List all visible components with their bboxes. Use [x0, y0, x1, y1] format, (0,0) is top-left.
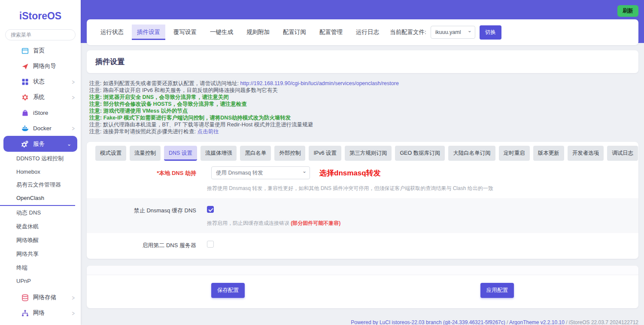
page-title-card: 插件设置: [87, 50, 638, 73]
sidebar-item-网络向导[interactable]: 网络向导: [0, 58, 81, 74]
tab-一键生成[interactable]: 一键生成: [205, 25, 238, 40]
tab-配置订阅[interactable]: 配置订阅: [278, 25, 311, 40]
sidebar-subitem-易有云文件管理器[interactable]: 易有云文件管理器: [0, 178, 81, 192]
dns-hijack-select-wrap: 使用 Dnsmasq 转发: [211, 166, 310, 179]
settings-card: 模式设置流量控制DNS 设置流媒体增强黑白名单外部控制IPv6 设置第三方规则订…: [87, 142, 638, 259]
sidebar-item-系统[interactable]: 系统>: [0, 89, 81, 105]
settings-tab-DNS 设置[interactable]: DNS 设置: [164, 146, 197, 161]
settings-tab-IPv6 设置[interactable]: IPv6 设置: [309, 146, 341, 161]
notice-link[interactable]: http://192.168.119.90/cgi-bin/luci/admin…: [240, 80, 398, 86]
footer-version: / iStoreOS 22.03.7 2024122712: [565, 319, 638, 325]
sidebar-item-label: 首页: [33, 47, 45, 55]
settings-tab-外部控制[interactable]: 外部控制: [274, 146, 305, 161]
form-row-disable-cache: 禁止 Dnsmasq 缓存 DNS 推荐启用，防止因缓存造成连接错误 (部分固件…: [87, 198, 638, 233]
notice-line: 注意: 部分软件会修改设备 HOSTS，会导致分流异常，请注意检查: [89, 101, 636, 107]
sidebar-subitem-网络共享[interactable]: 网络共享: [0, 247, 81, 261]
sidebar-item-状态[interactable]: 状态>: [0, 74, 81, 89]
sidebar-subitem-UPnP[interactable]: UPnP: [0, 275, 81, 287]
settings-tab-流量控制[interactable]: 流量控制: [130, 146, 161, 161]
second-dns-label: 启用第二 DNS 服务器: [95, 239, 207, 249]
notice-link[interactable]: 点击前往: [197, 129, 219, 135]
disable-cache-desc-text: 推荐启用，防止因缓存造成连接错误: [207, 220, 291, 226]
chevron-right-icon: >: [72, 310, 75, 317]
tab-覆写设置[interactable]: 覆写设置: [168, 25, 202, 40]
notice-line: 注意: 如遇到配置丢失或者需要还原默认配置，请尝试访问地址: http://19…: [89, 80, 636, 87]
tab-插件设置[interactable]: 插件设置: [132, 25, 165, 40]
tab-运行状态[interactable]: 运行状态: [95, 25, 129, 40]
disable-cache-desc: 推荐启用，防止因缓存造成连接错误 (部分固件可能不兼容): [207, 220, 630, 227]
tab-规则附加[interactable]: 规则附加: [241, 25, 275, 40]
sidebar-subitem-Homebox[interactable]: Homebox: [0, 166, 81, 178]
sidebar-item-label: 网络向导: [33, 62, 56, 70]
sidebar-item-退出[interactable]: 退出: [0, 321, 81, 325]
notice-line: 注意: 游戏代理请使用 VMess 以外的节点: [89, 107, 636, 114]
sidebar-subitem-终端[interactable]: 终端: [0, 261, 81, 275]
disable-cache-label: 禁止 Dnsmasq 缓存 DNS: [95, 204, 207, 227]
storage-icon: [21, 294, 29, 301]
sidebar-item-label: 系统: [33, 93, 45, 101]
actions-card-header: [87, 266, 638, 275]
notice-line: 注意: 路由不建议开启 IPv6 和相关服务，目前反馈的网络连接问题多数与它有关: [89, 87, 636, 94]
sidebar-search: [5, 29, 76, 40]
config-file-select[interactable]: ikuuu.yaml: [431, 26, 475, 39]
notice-line: 注意: 默认代理路由本机流量，BT、PT 下载等请尽量使用 Redir-Host…: [89, 121, 636, 128]
disable-cache-checkbox[interactable]: [207, 206, 214, 213]
sidebar-nav: 首页网络向导状态>系统>iStoreDocker>服务⌄: [0, 43, 81, 152]
chevron-right-icon: >: [72, 78, 75, 86]
switch-config-button[interactable]: 切换: [480, 25, 501, 40]
tab-配置管理[interactable]: 配置管理: [314, 25, 348, 40]
services-icon: [21, 140, 29, 147]
notice-line: 注意: Fake-IP 模式下如需要进行客户端访问控制，请将DNS劫持模式改为防…: [89, 114, 636, 121]
settings-tab-模式设置[interactable]: 模式设置: [95, 146, 126, 161]
sidebar-item-iStore[interactable]: iStore: [0, 105, 81, 120]
sidebar-subitem-OpenClash[interactable]: OpenClash: [0, 192, 75, 206]
sidebar-submenu: DDNSTO 远程控制Homebox易有云文件管理器OpenClash动态 DN…: [0, 152, 81, 287]
settings-tab-第三方规则订阅[interactable]: 第三方规则订阅: [345, 146, 392, 161]
sidebar-item-label: 服务: [33, 140, 45, 148]
tab-运行日志[interactable]: 运行日志: [351, 25, 384, 40]
status-icon: [21, 78, 29, 86]
settings-tab-版本更新[interactable]: 版本更新: [533, 146, 564, 161]
dns-hijack-desc: 推荐使用 Dnsmasq 转发，兼容性更好，如和其他 DNS 插件冲突可停用，但…: [207, 185, 630, 192]
notice-list: 注意: 如遇到配置丢失或者需要还原默认配置，请尝试访问地址: http://19…: [87, 77, 638, 138]
settings-tab-流媒体增强[interactable]: 流媒体增强: [200, 146, 237, 161]
sidebar-subitem-动态 DNS[interactable]: 动态 DNS: [0, 206, 81, 220]
second-dns-checkbox[interactable]: [207, 241, 214, 248]
footer-luci-link[interactable]: Powered by LuCI istoreos-22.03 branch (g…: [351, 319, 505, 325]
settings-tab-开发者选项[interactable]: 开发者选项: [568, 146, 604, 161]
sidebar-item-服务[interactable]: 服务⌄: [3, 136, 77, 152]
sidebar-item-label: Docker: [33, 125, 52, 132]
sidebar-item-首页[interactable]: 首页: [0, 43, 81, 58]
settings-tab-GEO 数据库订阅[interactable]: GEO 数据库订阅: [395, 146, 445, 161]
sidebar-item-label: 状态: [33, 78, 45, 86]
footer-theme-link[interactable]: ArgonTheme v2.2.10.10: [509, 319, 565, 325]
settings-tab-调试日志[interactable]: 调试日志: [607, 146, 638, 161]
sidebar-subitem-网络唤醒[interactable]: 网络唤醒: [0, 233, 81, 247]
form-row-dns-hijack: *本地 DNS 劫持 使用 Dnsmasq 转发 选择dnsmasq转发 推荐使…: [87, 161, 638, 198]
save-config-button[interactable]: 保存配置: [211, 283, 245, 298]
settings-tab-定时重启[interactable]: 定时重启: [499, 146, 530, 161]
dns-hijack-annotation: 选择dnsmasq转发: [319, 168, 381, 178]
disable-cache-desc-warning: (部分固件可能不兼容): [291, 220, 340, 226]
sidebar-item-Docker[interactable]: Docker>: [0, 120, 81, 136]
chevron-right-icon: >: [72, 125, 75, 132]
sidebar-item-网络存储[interactable]: 网络存储>: [0, 290, 81, 305]
istore-icon: [21, 109, 29, 117]
settings-tab-黑白名单[interactable]: 黑白名单: [240, 146, 271, 161]
dns-hijack-select[interactable]: 使用 Dnsmasq 转发: [211, 166, 310, 179]
chevron-right-icon: >: [72, 94, 75, 101]
sidebar-subitem-DDNSTO 远程控制[interactable]: DDNSTO 远程控制: [0, 152, 81, 166]
sidebar-item-label: 网络存储: [33, 294, 56, 301]
home-icon: [21, 47, 29, 55]
sidebar-item-网络[interactable]: 网络>: [0, 305, 81, 321]
refresh-button[interactable]: 刷新: [617, 5, 638, 17]
actions-card: 保存配置 应用配置: [87, 266, 638, 308]
chevron-down-icon: ⌄: [67, 141, 71, 147]
sidebar-subitem-硬盘休眠[interactable]: 硬盘休眠: [0, 220, 81, 233]
system-icon: [21, 94, 29, 101]
apply-config-button[interactable]: 应用配置: [480, 283, 514, 298]
docker-icon: [21, 125, 29, 132]
settings-tab-大陆白名单订阅[interactable]: 大陆白名单订阅: [448, 146, 495, 161]
chevron-right-icon: >: [72, 294, 75, 301]
search-input[interactable]: [5, 29, 76, 40]
